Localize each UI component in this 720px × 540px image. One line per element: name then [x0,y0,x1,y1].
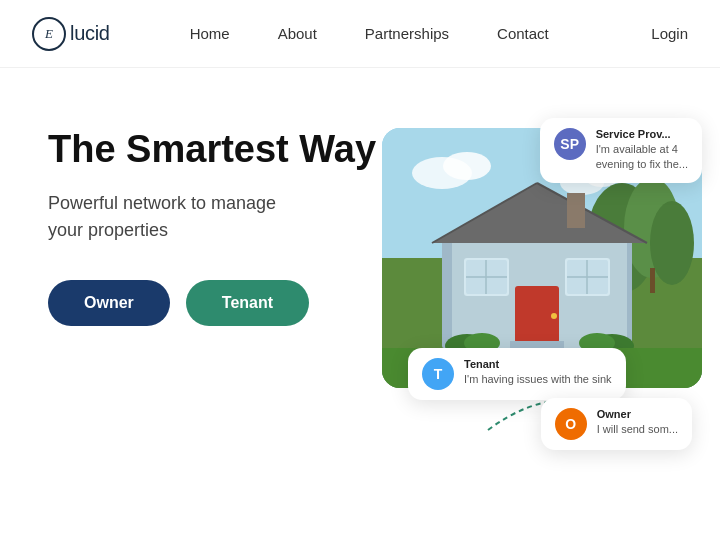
hero-section: The Smartest Way Powerful network to man… [0,68,720,540]
logo-letter: E [45,26,53,42]
service-bubble: SP Service Prov... I'm available at 4eve… [540,118,702,183]
svg-rect-27 [510,341,564,348]
tenant-button[interactable]: Tenant [186,280,309,326]
nav-partnerships[interactable]: Partnerships [345,15,469,52]
logo-name: lucid [70,22,110,45]
logo-icon: E [32,17,66,51]
owner-name: Owner [597,408,678,420]
nav-home[interactable]: Home [170,15,250,52]
hero-title: The Smartest Way [48,128,408,172]
logo[interactable]: E lucid [32,17,110,51]
hero-right: SP Service Prov... I'm available at 4eve… [408,118,672,540]
tenant-name: Tenant [464,358,612,370]
svg-rect-15 [567,193,585,228]
owner-bubble: O Owner I will send som... [541,398,692,450]
tenant-text: I'm having issues with the sink [464,372,612,387]
hero-subtitle: Powerful network to manageyour propertie… [48,190,408,244]
nav-links: Home About Partnerships Contact [170,15,652,52]
owner-text: I will send som... [597,422,678,437]
owner-avatar: O [555,408,587,440]
tenant-content: Tenant I'm having issues with the sink [464,358,612,387]
svg-point-26 [551,313,557,319]
nav-about[interactable]: About [258,15,337,52]
service-content: Service Prov... I'm available at 4evenin… [596,128,688,173]
navbar: E lucid Home About Partnerships Contact … [0,0,720,68]
hero-buttons: Owner Tenant [48,280,408,326]
tenant-avatar: T [422,358,454,390]
owner-content: Owner I will send som... [597,408,678,437]
service-text: I'm available at 4evening to fix the... [596,142,688,173]
nav-contact[interactable]: Contact [477,15,569,52]
service-avatar: SP [554,128,586,160]
svg-point-3 [443,152,491,180]
nav-login[interactable]: Login [651,25,688,42]
owner-button[interactable]: Owner [48,280,170,326]
service-name: Service Prov... [596,128,688,140]
svg-rect-10 [650,268,655,293]
svg-point-8 [650,201,694,285]
hero-left: The Smartest Way Powerful network to man… [48,118,408,326]
tenant-bubble: T Tenant I'm having issues with the sink [408,348,626,400]
